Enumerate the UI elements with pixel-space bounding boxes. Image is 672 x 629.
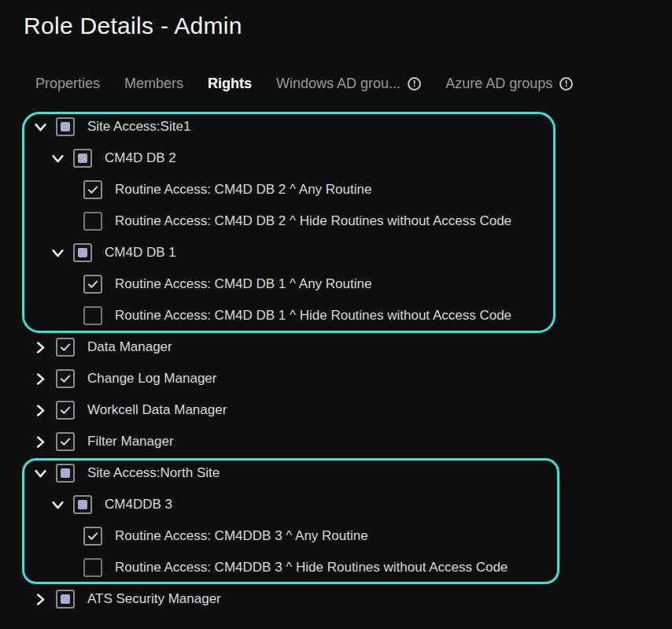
tab-members[interactable]: Members [124,76,183,92]
tree-item-label[interactable]: Routine Access: CM4D DB 1 ^ Hide Routine… [115,308,511,324]
tree-row[interactable]: Routine Access: CM4D DB 1 ^ Hide Routine… [0,300,672,331]
partial-check-icon [78,500,87,509]
check-icon [87,530,99,542]
tree-row[interactable]: CM4D DB 2 [0,142,672,174]
chevron-down-icon[interactable] [49,244,66,261]
tree-item-label[interactable]: CM4D DB 2 [105,150,176,166]
chevron-down-icon[interactable] [31,118,49,135]
chevron-right-icon[interactable] [31,433,49,450]
chevron-right-icon[interactable] [31,401,49,419]
page-title: Role Details - Admin [0,0,672,39]
tree-row[interactable]: CM4D DB 1 [0,237,672,268]
tree-row[interactable]: Data Manager [0,331,672,363]
check-icon [87,183,99,196]
checkbox-checked[interactable] [56,432,75,451]
tab-azure-ad-groups[interactable]: Azure AD groups ! [445,76,573,92]
checkbox-partial[interactable] [73,243,92,262]
checkbox-checked[interactable] [56,369,75,388]
tab-bar: Properties Members Rights Windows AD gro… [35,76,672,92]
checkbox-checked[interactable] [83,527,102,546]
tab-label: Properties [35,76,100,92]
checkbox-unchecked[interactable] [83,306,102,325]
tree-row[interactable]: Site Access:Site1 [0,111,672,142]
tree-row[interactable]: Routine Access: CM4DDB 3 ^ Any Routine [0,520,672,552]
chevron-right-icon[interactable] [31,339,49,356]
tree-row[interactable]: Change Log Manager [0,363,672,394]
tab-rights[interactable]: Rights [208,76,252,92]
checkbox-partial[interactable] [56,464,75,483]
partial-check-icon [61,468,70,478]
checkbox-partial[interactable] [56,590,75,609]
tree-item-label[interactable]: Filter Manager [87,434,174,450]
partial-check-icon [61,594,70,604]
checkbox-unchecked[interactable] [83,558,102,577]
checkbox-partial[interactable] [56,117,75,136]
tab-label: Windows AD grou... [276,76,401,92]
tab-windows-ad-groups[interactable]: Windows AD grou... ! [276,76,421,92]
check-icon [59,404,72,416]
tree-item-label[interactable]: ATS Security Manager [87,591,221,607]
chevron-down-icon[interactable] [49,150,66,167]
tree-item-label[interactable]: CM4DDB 3 [105,497,172,512]
tree-item-label[interactable]: Routine Access: CM4D DB 2 ^ Hide Routine… [115,213,511,229]
tree-item-label[interactable]: Workcell Data Manager [87,402,227,418]
chevron-right-icon[interactable] [31,370,49,387]
partial-check-icon [78,154,87,163]
info-icon[interactable]: ! [559,77,573,91]
check-icon [59,435,72,448]
tree-item-label[interactable]: Routine Access: CM4D DB 2 ^ Any Routine [115,182,371,198]
chevron-right-icon[interactable] [31,590,49,608]
info-icon[interactable]: ! [408,77,421,91]
chevron-down-icon[interactable] [49,496,66,513]
rights-tree: Site Access:Site1 CM4D DB 2 Routine Acce… [0,111,672,615]
checkbox-partial[interactable] [73,495,92,514]
checkbox-checked[interactable] [56,338,75,357]
tree-item-label[interactable]: Data Manager [87,339,172,355]
tree-item-label[interactable]: Change Log Manager [87,371,216,387]
tree-row[interactable]: Filter Manager [0,426,672,457]
tree-item-label[interactable]: Routine Access: CM4D DB 1 ^ Any Routine [115,276,371,292]
tab-properties[interactable]: Properties [35,76,100,92]
check-icon [59,372,72,385]
tree-row[interactable]: Routine Access: CM4D DB 2 ^ Any Routine [0,174,672,205]
tree-row[interactable]: ATS Security Manager [0,583,672,615]
check-icon [59,341,72,353]
tree-item-label[interactable]: Routine Access: CM4DDB 3 ^ Hide Routines… [115,560,508,575]
checkbox-unchecked[interactable] [83,212,102,231]
tree-item-label[interactable]: Routine Access: CM4DDB 3 ^ Any Routine [115,528,368,544]
checkbox-checked[interactable] [56,401,75,420]
tab-label: Azure AD groups [445,76,552,92]
tree-item-label[interactable]: Site Access:North Site [87,465,220,481]
check-icon [87,278,99,290]
chevron-down-icon[interactable] [31,464,49,482]
checkbox-partial[interactable] [73,149,92,168]
partial-check-icon [78,248,87,257]
tree-row[interactable]: Site Access:North Site [0,457,672,489]
checkbox-checked[interactable] [83,180,102,199]
checkbox-checked[interactable] [83,275,102,294]
tree-row[interactable]: CM4DDB 3 [0,489,672,520]
tree-item-label[interactable]: CM4D DB 1 [105,245,176,261]
tree-row[interactable]: Routine Access: CM4D DB 2 ^ Hide Routine… [0,205,672,237]
partial-check-icon [61,122,70,131]
tree-row[interactable]: Routine Access: CM4D DB 1 ^ Any Routine [0,268,672,300]
tree-row[interactable]: Workcell Data Manager [0,394,672,426]
tab-label: Rights [208,76,252,92]
tree-row[interactable]: Routine Access: CM4DDB 3 ^ Hide Routines… [0,552,672,583]
tree-item-label[interactable]: Site Access:Site1 [87,119,190,135]
tab-label: Members [124,76,183,92]
